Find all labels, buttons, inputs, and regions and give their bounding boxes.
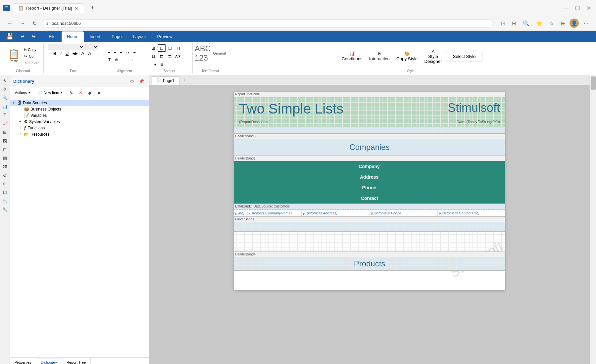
zoom-tool[interactable]: 🔍	[1, 94, 9, 102]
right-scrollbar[interactable]	[590, 75, 596, 364]
tab-dictionary[interactable]: Dictionary	[36, 358, 62, 364]
align-right-button[interactable]: ≡	[118, 50, 124, 56]
rotate-button[interactable]: ↺	[124, 50, 131, 56]
bookmark-icon[interactable]: ☆	[547, 19, 556, 28]
extensions-icon[interactable]: ⭐	[534, 19, 545, 28]
new-tab-button[interactable]: +	[87, 3, 98, 14]
tab-layout[interactable]: Layout	[128, 31, 151, 42]
pan-tool[interactable]: ✥	[1, 85, 9, 93]
tab-home[interactable]: Home	[62, 31, 84, 42]
indent-increase-button[interactable]: →	[128, 57, 135, 63]
move-up-button[interactable]: ◆	[86, 89, 94, 97]
tab-insert[interactable]: Insert	[84, 31, 106, 42]
gauge-tool[interactable]: ⊙	[1, 171, 9, 179]
edit-item-button[interactable]: ✎	[67, 89, 75, 97]
crosshair-tool[interactable]: ⊕	[1, 180, 9, 188]
align-top-button[interactable]: ⊤	[106, 57, 113, 63]
italic-button[interactable]: I	[59, 50, 63, 57]
fill-color-button[interactable]: A▼	[174, 52, 182, 60]
tree-item-data-sources[interactable]: + 🗄 Data Sources	[10, 100, 149, 106]
barcode-tool[interactable]: ▨	[1, 154, 9, 162]
dict-settings-button[interactable]: ⚙	[128, 77, 136, 85]
undo-button[interactable]: ↩	[17, 32, 28, 41]
font-color-button[interactable]: A	[80, 50, 86, 57]
border-outer-button[interactable]: □	[158, 44, 166, 52]
text-tool[interactable]: T	[1, 111, 9, 119]
profile-icon[interactable]: 👤	[570, 19, 579, 28]
copy-button[interactable]: ⎘ Copy	[23, 47, 41, 53]
window-sidebar-icon[interactable]: ☰	[3, 5, 10, 11]
border-none-button[interactable]: □	[166, 44, 174, 52]
scrollbar-thumb[interactable]	[591, 76, 596, 90]
zoom-icon[interactable]: 🔍	[521, 19, 531, 28]
url-bar[interactable]: ℹ localhost:50606	[42, 19, 493, 27]
new-item-button[interactable]: 📄 New Item ▼	[35, 89, 66, 96]
align-center-button[interactable]: ≡	[112, 50, 118, 56]
data-tool[interactable]: 📊	[1, 102, 9, 110]
shape-tool[interactable]: ◻	[1, 145, 9, 153]
add-page-button[interactable]: +	[179, 75, 189, 85]
forward-button[interactable]: →	[18, 19, 27, 27]
select-style-button[interactable]: Select Style	[446, 51, 483, 62]
cut-button[interactable]: ✂ Cut	[23, 53, 41, 59]
conditions-button[interactable]: 📊 Conditions	[339, 50, 365, 63]
canvas-scroll[interactable]: ReportTitleBand1 Two Simple Lists Stimul…	[149, 85, 590, 364]
tree-item-variables[interactable]: 📝 Variables	[10, 112, 149, 118]
font-size-up-button[interactable]: A↑	[86, 50, 95, 57]
justify-button[interactable]: ≡	[132, 50, 138, 56]
minimize-button[interactable]: —	[561, 4, 571, 13]
close-button[interactable]: ✕	[584, 4, 593, 13]
menu-icon[interactable]: ⋯	[581, 19, 591, 28]
style-designer-button[interactable]: A StyleDesigner	[422, 48, 444, 65]
tab-report-tree[interactable]: Report Tree	[62, 358, 91, 364]
align-middle-button[interactable]: ⊕	[113, 57, 120, 63]
tree-item-business-objects[interactable]: 📦 Business Objects	[10, 106, 149, 112]
pointer-tool[interactable]: ↖	[1, 76, 9, 84]
line-color-button[interactable]: —▼	[149, 61, 157, 68]
download-icon[interactable]: ⊕	[559, 19, 567, 28]
tab-page[interactable]: Page	[106, 31, 127, 42]
font-family-select[interactable]	[48, 44, 84, 50]
border-top-button[interactable]: ⊓	[174, 44, 182, 52]
tab-close-button[interactable]: ✕	[74, 6, 78, 11]
copy-style-button[interactable]: 🎨 Copy Style	[394, 50, 420, 63]
canvas-tab-page1[interactable]: 📄 Page1	[152, 76, 179, 85]
tab-file[interactable]: File	[43, 31, 61, 42]
delete-item-button[interactable]: ✕	[76, 89, 84, 97]
tab-properties[interactable]: Properties	[10, 358, 36, 364]
form-tool[interactable]: ☑	[1, 188, 9, 196]
border-right-button[interactable]: ⊐	[166, 52, 174, 60]
indent-decrease-button[interactable]: ←	[136, 57, 143, 63]
back-button[interactable]: ←	[5, 19, 15, 27]
tab-search-icon[interactable]: ⊞	[510, 19, 518, 28]
delete-button[interactable]: ✕ Delete	[23, 60, 41, 66]
tree-item-resources[interactable]: + 📂 Resources	[10, 131, 149, 137]
tree-item-functions[interactable]: + ƒ Functions	[10, 125, 149, 131]
component-tool[interactable]: 🔧	[1, 205, 9, 213]
table-tool[interactable]: ⊞	[1, 128, 9, 136]
bold-button[interactable]: B	[52, 50, 58, 57]
border-left-button[interactable]: ⊏	[158, 52, 166, 60]
chart-tool[interactable]: 📈	[1, 119, 9, 127]
font-size-select[interactable]	[85, 44, 98, 50]
border-bottom-button[interactable]: ⊔	[149, 52, 157, 60]
line-style-button[interactable]: ≡	[158, 61, 166, 68]
image-tool[interactable]: 🖼	[1, 137, 9, 145]
strikethrough-button[interactable]: ab	[71, 50, 79, 57]
actions-button[interactable]: Actions ▼	[12, 89, 34, 96]
move-down-button[interactable]: ◆	[95, 89, 103, 97]
browser-tab[interactable]: 📋 Report - Designer [Trial] ✕	[13, 3, 84, 13]
dict-pin-button[interactable]: 📌	[137, 77, 145, 85]
tab-preview[interactable]: Preview	[152, 31, 178, 42]
tree-item-system-variables[interactable]: + ⚙ System Variables	[10, 118, 149, 125]
paste-button[interactable]: 📋 Paste	[5, 48, 22, 64]
interaction-button[interactable]: 🖱 Interaction	[367, 50, 392, 63]
underline-button[interactable]: U	[64, 50, 70, 57]
border-all-button[interactable]: ⊞	[149, 44, 157, 52]
align-left-button[interactable]: ≡	[106, 50, 112, 56]
save-button[interactable]: 💾	[3, 31, 17, 42]
screen-cast-icon[interactable]: ⊡	[499, 19, 507, 28]
align-bottom-button[interactable]: ⊥	[121, 57, 127, 63]
map-tool[interactable]: 🗺	[1, 162, 9, 170]
sparkline-tool[interactable]: 📉	[1, 197, 9, 205]
